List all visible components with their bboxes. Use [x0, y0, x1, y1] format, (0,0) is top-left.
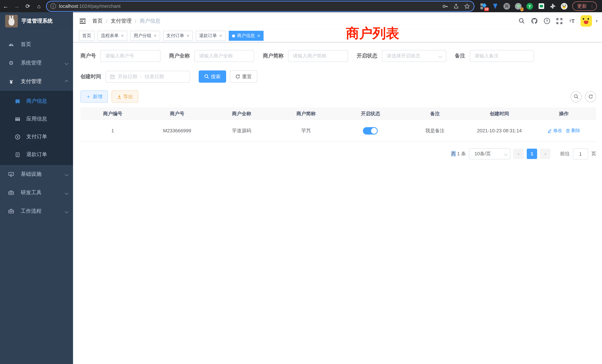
table-row: 1 M233666999 芋道源码 芋艿 我是备注 2021-10-23 08:…: [80, 120, 596, 142]
add-button[interactable]: ＋新增: [80, 90, 108, 103]
goto-label: 前往: [560, 150, 570, 157]
profile-avatar-icon[interactable]: [561, 3, 568, 10]
svg-text:¥: ¥: [17, 135, 19, 139]
tab-merchant-info[interactable]: 商户信息✕: [228, 31, 264, 41]
tab-refund-order[interactable]: 退款订单✕: [196, 31, 226, 41]
svg-text:?: ?: [546, 19, 548, 23]
remark-label: 备注: [455, 53, 465, 59]
share-icon[interactable]: [453, 3, 459, 9]
page-size-select[interactable]: 10条/页: [469, 148, 510, 159]
browser-toolbar: ← → ⟳ ⌂ i localhost:1024/pay/merchant 10…: [0, 0, 602, 12]
date-range-picker[interactable]: 开始日期 - 结束日期: [106, 71, 190, 83]
table-header-row: 商户编号 商户号 商户全称 商户简称 开启状态 备注 创建时间 操作: [80, 107, 596, 120]
avatar-caret-icon[interactable]: ▼: [595, 19, 598, 23]
prev-page-button[interactable]: ‹: [513, 149, 524, 159]
extensions-puzzle-icon[interactable]: [549, 3, 556, 10]
browser-back-icon[interactable]: ←: [0, 3, 11, 9]
sidebar-item-merchant-info[interactable]: 商户信息: [0, 92, 73, 110]
sidebar-item-pay-order[interactable]: ¥ 支付订单: [0, 128, 73, 146]
close-icon[interactable]: ✕: [154, 34, 157, 38]
breadcrumb: 首页 / 支付管理 / 商户信息: [92, 18, 161, 24]
sidebar-item-app-info[interactable]: 应用信息: [0, 110, 73, 128]
close-icon[interactable]: ✕: [121, 34, 124, 38]
tab-process-form[interactable]: 流程表单✕: [97, 31, 127, 41]
app-logo-rabbit: [5, 15, 18, 27]
toolbox-icon: [8, 208, 14, 214]
merchant-no-input[interactable]: 请输入商户号: [100, 50, 161, 62]
total-text: 共 1 条: [451, 150, 466, 157]
sidebar-item-dev-tools[interactable]: 研发工具: [0, 183, 73, 202]
status-select[interactable]: 请选择开启状态: [382, 50, 446, 62]
status-toggle[interactable]: [363, 127, 378, 134]
delete-button[interactable]: 删除: [566, 128, 580, 134]
chevron-up-icon: [65, 80, 68, 83]
status-label: 开启状态: [357, 53, 377, 59]
close-icon[interactable]: ✕: [186, 34, 190, 38]
extension-tasks-icon[interactable]: 10: [480, 3, 487, 10]
next-page-button[interactable]: ›: [540, 149, 550, 159]
header-search-icon[interactable]: [517, 17, 526, 25]
extension-recorder-icon[interactable]: 1: [515, 3, 522, 10]
chevron-down-icon: [65, 61, 68, 65]
sidebar-item-pay[interactable]: ¥ 支付管理: [0, 72, 73, 91]
refund-doc-icon: [15, 152, 20, 157]
yen-icon: ¥: [8, 79, 14, 85]
remark-input[interactable]: 请输入备注: [470, 50, 534, 62]
browser-menu-icon[interactable]: ⋮: [590, 4, 594, 8]
app-logo-row[interactable]: 芋道管理系统: [0, 12, 73, 30]
dashboard-icon: [8, 42, 14, 47]
fullscreen-icon[interactable]: [555, 17, 563, 25]
page-1-button[interactable]: 1: [527, 149, 537, 159]
browser-update-button[interactable]: 更新 ⋮: [572, 1, 597, 11]
edit-button[interactable]: 修改: [548, 128, 562, 134]
font-size-icon[interactable]: TT: [568, 17, 576, 25]
chevron-down-icon: [65, 209, 68, 213]
tab-home[interactable]: 首页: [79, 31, 95, 41]
password-key-icon[interactable]: [442, 3, 448, 9]
browser-forward-icon[interactable]: →: [11, 3, 22, 9]
search-button[interactable]: 搜索: [199, 70, 226, 83]
extension-command-icon[interactable]: ⌘: [503, 3, 510, 10]
sidebar-item-infra[interactable]: 基础设施: [0, 165, 73, 183]
short-name-label: 商户简称: [263, 53, 284, 59]
cell-short-name: 芋艿: [274, 127, 338, 134]
browser-reload-icon[interactable]: ⟳: [22, 3, 33, 10]
sidebar: 芋道管理系统 首页 ⚙ 系统管理 ¥ 支付管理: [0, 12, 73, 364]
tab-user-group[interactable]: 用户分组✕: [130, 31, 160, 41]
full-name-input[interactable]: 请输入商户全称: [194, 50, 254, 62]
bookmark-star-icon[interactable]: [464, 3, 470, 9]
address-bar[interactable]: i localhost:1024/pay/merchant: [47, 1, 474, 11]
full-name-label: 商户全称: [169, 53, 190, 59]
extension-chat-icon[interactable]: [538, 3, 545, 10]
sidebar-collapse-icon[interactable]: [79, 17, 86, 25]
goto-page-input[interactable]: 1: [573, 148, 588, 159]
active-dot: [232, 34, 235, 37]
reset-button[interactable]: 重置: [230, 70, 257, 83]
breadcrumb-section[interactable]: 支付管理: [111, 18, 132, 24]
sidebar-item-workflow[interactable]: 工作流程: [0, 202, 73, 221]
refresh-button[interactable]: [585, 91, 596, 102]
github-icon[interactable]: [530, 17, 538, 25]
pagination: 共 1 条 10条/页 ‹ 1 › 前往 1 页: [73, 142, 602, 159]
monitor-icon: [8, 171, 14, 177]
short-name-input[interactable]: 请输入商户简称: [288, 50, 348, 62]
merchant-table: 商户编号 商户号 商户全称 商户简称 开启状态 备注 创建时间 操作 1 M23…: [80, 107, 596, 142]
breadcrumb-home[interactable]: 首页: [92, 18, 103, 24]
close-icon[interactable]: ✕: [257, 34, 260, 38]
toggle-search-button[interactable]: [570, 91, 582, 102]
chevron-down-icon: [438, 54, 442, 58]
user-avatar[interactable]: [580, 15, 592, 27]
sidebar-item-home[interactable]: 首页: [0, 35, 73, 54]
help-icon[interactable]: ?: [543, 17, 551, 25]
extension-kite-icon[interactable]: [492, 3, 499, 10]
cell-remark: 我是备注: [403, 127, 467, 134]
sidebar-item-system[interactable]: ⚙ 系统管理: [0, 54, 73, 72]
sidebar-item-refund-order[interactable]: 退款订单: [0, 146, 73, 163]
site-info-icon[interactable]: i: [50, 3, 56, 9]
pay-submenu: 商户信息 应用信息 ¥ 支付订单: [0, 91, 73, 165]
extension-y-icon[interactable]: Y: [526, 3, 533, 10]
close-icon[interactable]: ✕: [219, 34, 222, 38]
tab-pay-order[interactable]: 支付订单✕: [163, 31, 193, 41]
export-button[interactable]: 导出: [112, 90, 138, 103]
browser-home-icon[interactable]: ⌂: [33, 3, 44, 9]
